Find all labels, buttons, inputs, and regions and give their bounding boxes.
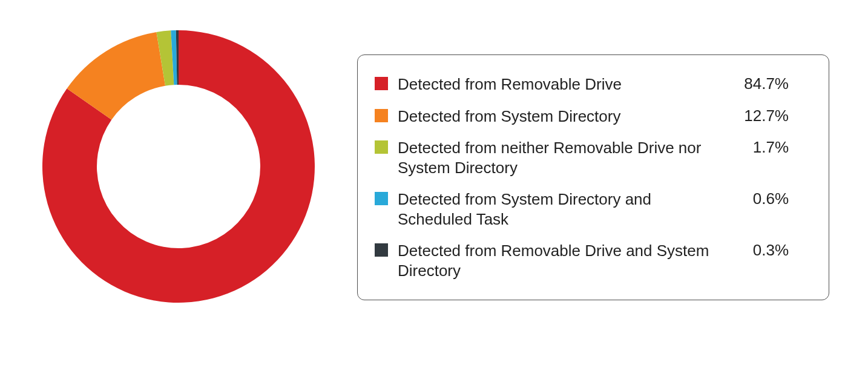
legend-label: Detected from System Directory <box>398 107 725 127</box>
legend-value: 84.7% <box>734 74 789 93</box>
legend-swatch <box>375 140 388 154</box>
donut-column <box>36 24 321 309</box>
chart-container: Detected from Removable Drive84.7%Detect… <box>0 0 868 333</box>
donut-svg <box>36 24 321 309</box>
legend-row: Detected from System Directory and Sched… <box>375 183 812 235</box>
legend-label: Detected from System Directory and Sched… <box>398 189 725 229</box>
legend-row: Detected from System Directory12.7% <box>375 100 812 133</box>
legend-row: Detected from neither Removable Drive no… <box>375 132 812 183</box>
legend-column: Detected from Removable Drive84.7%Detect… <box>357 24 832 300</box>
legend-swatch <box>375 109 388 122</box>
legend-value: 0.3% <box>734 241 789 260</box>
legend-label: Detected from Removable Drive and System… <box>398 241 725 280</box>
legend-swatch <box>375 192 388 205</box>
legend-box: Detected from Removable Drive84.7%Detect… <box>357 54 829 300</box>
legend-swatch <box>375 243 388 257</box>
legend-label: Detected from neither Removable Drive no… <box>398 138 725 177</box>
donut-chart <box>36 24 321 309</box>
legend-value: 0.6% <box>734 189 789 208</box>
legend-swatch <box>375 77 388 90</box>
legend-value: 12.7% <box>734 107 789 125</box>
legend-row: Detected from Removable Drive84.7% <box>375 68 812 100</box>
legend-value: 1.7% <box>734 138 789 157</box>
legend-label: Detected from Removable Drive <box>398 74 725 94</box>
legend-row: Detected from Removable Drive and System… <box>375 235 812 286</box>
